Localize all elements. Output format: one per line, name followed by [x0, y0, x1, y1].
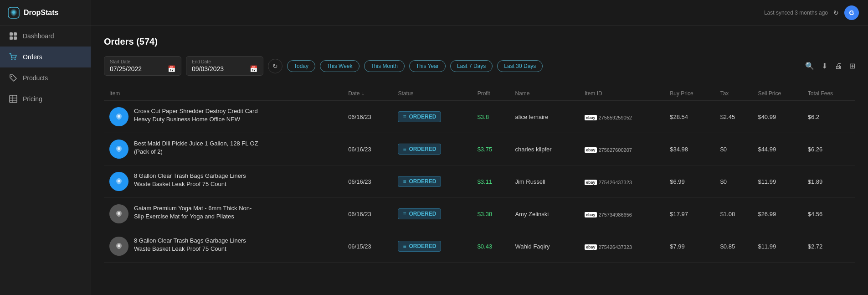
filter-this-year-button[interactable]: This Year [409, 60, 446, 72]
start-date-value: 07/25/2022 [110, 65, 142, 72]
cell-sell-price-3: $26.99 [752, 198, 802, 230]
cell-buy-price-4: $7.99 [664, 230, 714, 263]
cell-item-4: 8 Gallon Clear Trash Bags Garbage Liners… [104, 230, 343, 263]
sidebar-item-products-label: Products [23, 74, 48, 82]
cell-buy-price-0: $28.54 [664, 101, 714, 133]
status-badge-4: ≡ ORDERED [398, 241, 441, 252]
cell-sell-price-4: $11.99 [752, 230, 802, 263]
status-doc-icon-0: ≡ [403, 114, 406, 120]
ebay-logo-4: ebay [585, 244, 597, 250]
sidebar-item-orders[interactable]: Orders [0, 47, 91, 67]
filters-row: Start Date 07/25/2022 📅 End Date 09/03/2… [104, 56, 855, 76]
table-body: Cross Cut Paper Shredder Destroy Credit … [104, 101, 855, 263]
cell-item-id-2: ebay 275426437323 [579, 166, 664, 198]
sidebar-item-pricing[interactable]: Pricing [0, 88, 91, 109]
svg-point-16 [118, 212, 120, 215]
refresh-button[interactable]: ↻ [268, 59, 282, 73]
col-tax: Tax [715, 87, 753, 101]
columns-icon[interactable]: ⊞ [849, 62, 855, 70]
app-name: DropStats [24, 9, 58, 17]
sidebar-item-products[interactable]: Products [0, 67, 91, 88]
col-name: Name [509, 87, 579, 101]
svg-rect-5 [14, 36, 17, 40]
filter-this-week-button[interactable]: This Week [320, 60, 359, 72]
status-badge-3: ≡ ORDERED [398, 208, 441, 219]
item-name-3: Gaiam Premium Yoga Mat - 6mm Thick Non-S… [134, 204, 262, 221]
logo-icon [7, 6, 20, 19]
filter-today-button[interactable]: Today [287, 60, 315, 72]
end-date-calendar-icon[interactable]: 📅 [250, 65, 257, 72]
cell-total-fees-4: $2.72 [802, 230, 855, 263]
avatar[interactable]: G [844, 5, 859, 20]
cell-total-fees-0: $6.2 [802, 101, 855, 133]
cell-name-1: charles klipfer [509, 133, 579, 166]
ebay-icon-1: ebay 275627600207 [585, 147, 632, 153]
svg-point-13 [118, 115, 120, 118]
cell-tax-3: $1.08 [715, 198, 753, 230]
start-date-field[interactable]: Start Date 07/25/2022 📅 [104, 56, 181, 76]
col-sell-price: Sell Price [752, 87, 802, 101]
sidebar-item-pricing-label: Pricing [23, 95, 42, 103]
ebay-icon-0: ebay 275659259052 [585, 115, 632, 120]
svg-point-14 [118, 147, 120, 150]
sync-icon[interactable]: ↻ [833, 9, 839, 16]
status-badge-0: ≡ ORDERED [398, 111, 441, 122]
table-row[interactable]: 8 Gallon Clear Trash Bags Garbage Liners… [104, 230, 855, 263]
ebay-logo-0: ebay [585, 115, 597, 120]
cell-buy-price-2: $6.99 [664, 166, 714, 198]
cell-tax-1: $0 [715, 133, 753, 166]
end-date-field[interactable]: End Date 09/03/2023 📅 [186, 56, 263, 76]
table-row[interactable]: Gaiam Premium Yoga Mat - 6mm Thick Non-S… [104, 198, 855, 230]
filter-last-7-days-button[interactable]: Last 7 Days [450, 60, 493, 72]
print-icon[interactable]: 🖨 [835, 62, 842, 70]
status-doc-icon-4: ≡ [403, 243, 406, 249]
cell-item-id-4: ebay 275426437323 [579, 230, 664, 263]
cell-status-1: ≡ ORDERED [392, 133, 472, 166]
filter-last-30-days-button[interactable]: Last 30 Days [497, 60, 543, 72]
filter-this-month-button[interactable]: This Month [364, 60, 405, 72]
start-date-calendar-icon[interactable]: 📅 [168, 65, 175, 72]
table-row[interactable]: Cross Cut Paper Shredder Destroy Credit … [104, 101, 855, 133]
cell-status-0: ≡ ORDERED [392, 101, 472, 133]
search-icon[interactable]: 🔍 [805, 62, 814, 70]
cell-total-fees-2: $1.89 [802, 166, 855, 198]
ebay-icon-2: ebay 275426437323 [585, 180, 632, 185]
cell-profit-0: $3.8 [472, 101, 510, 133]
svg-point-1 [12, 11, 15, 14]
svg-point-17 [118, 244, 120, 247]
status-badge-1: ≡ ORDERED [398, 144, 441, 155]
ebay-logo-2: ebay [585, 180, 597, 185]
content-area: Orders (574) Start Date 07/25/2022 📅 End… [91, 26, 868, 295]
ebay-logo-1: ebay [585, 147, 597, 153]
table-row[interactable]: Best Maid Dill Pickle Juice 1 Gallon, 12… [104, 133, 855, 166]
table-row[interactable]: 8 Gallon Clear Trash Bags Garbage Liners… [104, 166, 855, 198]
status-badge-2: ≡ ORDERED [398, 176, 441, 187]
cell-name-3: Amy Zelinski [509, 198, 579, 230]
cell-sell-price-2: $11.99 [752, 166, 802, 198]
svg-point-6 [11, 59, 13, 60]
cell-item-id-0: ebay 275659259052 [579, 101, 664, 133]
sidebar-item-dashboard-label: Dashboard [23, 32, 54, 40]
cell-date-1: 06/16/23 [343, 133, 392, 166]
item-thumbnail-2 [109, 172, 128, 191]
sidebar-item-dashboard[interactable]: Dashboard [0, 26, 91, 47]
cell-buy-price-3: $17.97 [664, 198, 714, 230]
cell-date-3: 06/16/23 [343, 198, 392, 230]
col-item: Item [104, 87, 343, 101]
download-icon[interactable]: ⬇ [822, 62, 827, 70]
cell-sell-price-0: $40.99 [752, 101, 802, 133]
cell-status-4: ≡ ORDERED [392, 230, 472, 263]
cell-tax-0: $2.45 [715, 101, 753, 133]
end-date-value: 09/03/2023 [192, 65, 224, 72]
svg-point-7 [15, 59, 16, 60]
cell-item-1: Best Maid Dill Pickle Juice 1 Gallon, 12… [104, 133, 343, 166]
item-name-2: 8 Gallon Clear Trash Bags Garbage Liners… [134, 172, 262, 188]
sidebar-item-orders-label: Orders [23, 53, 42, 61]
cell-profit-2: $3.11 [472, 166, 510, 198]
col-total-fees: Total Fees [802, 87, 855, 101]
svg-rect-3 [14, 32, 17, 36]
item-thumbnail-0 [109, 107, 128, 126]
cell-item-2: 8 Gallon Clear Trash Bags Garbage Liners… [104, 166, 343, 198]
cell-status-3: ≡ ORDERED [392, 198, 472, 230]
col-date[interactable]: Date ↓ [343, 87, 392, 101]
